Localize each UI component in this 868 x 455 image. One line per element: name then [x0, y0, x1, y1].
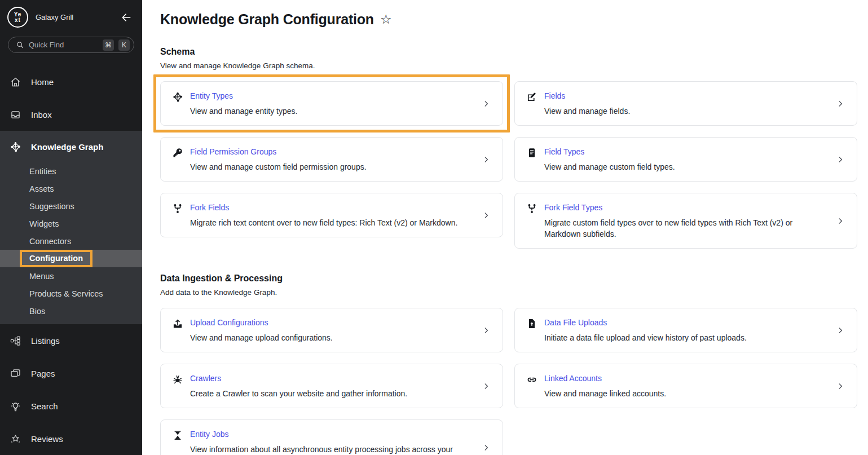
quick-find-search[interactable]: ⌘ K: [8, 37, 134, 53]
sidebar-item-inbox[interactable]: Inbox: [0, 98, 142, 131]
sidebar-item-pages[interactable]: Pages: [0, 357, 142, 390]
star-outline-icon[interactable]: ☆: [380, 13, 392, 26]
sub-item-label: Bios: [29, 307, 45, 316]
page-header: Knowledge Graph Configuration ☆: [160, 11, 857, 28]
inbox-icon: [9, 109, 21, 121]
sidebar-item-suggestions[interactable]: Suggestions: [0, 197, 142, 215]
card-linked-accounts[interactable]: Linked Accounts View and manage linked a…: [514, 364, 857, 408]
card-body: Field Permission Groups View and manage …: [190, 146, 482, 173]
chevron-right-icon: [482, 444, 490, 452]
sidebar-item-home[interactable]: Home: [0, 65, 142, 98]
account-header: Ye xt Galaxy Grill: [0, 0, 142, 32]
card-body: Fork Field Types Migrate custom field ty…: [544, 202, 836, 240]
card-body: Data File Uploads Initiate a data file u…: [544, 317, 836, 343]
card-body: Fork Fields Migrate rich text content ov…: [190, 202, 482, 228]
section-description: Add data to the Knowledge Graph.: [160, 288, 857, 297]
card-title-link[interactable]: Field Permission Groups: [190, 146, 276, 157]
sidebar-item-entities[interactable]: Entities: [0, 162, 142, 180]
card-fork-field-types[interactable]: Fork Field Types Migrate custom field ty…: [514, 193, 857, 249]
card-entity-types[interactable]: Entity Types View and manage entity type…: [160, 81, 503, 126]
entity-types-icon: [172, 90, 190, 117]
sidebar-item-label: Inbox: [31, 110, 52, 120]
card-body: Fields View and manage fields.: [544, 90, 836, 117]
sidebar-item-listings[interactable]: Listings: [0, 324, 142, 357]
chevron-right-icon: [482, 382, 490, 390]
card-title-link[interactable]: Linked Accounts: [544, 373, 602, 384]
card-body: Entity Types View and manage entity type…: [190, 90, 482, 117]
collapse-sidebar-icon[interactable]: [121, 12, 132, 23]
card-title-link[interactable]: Fields: [544, 90, 565, 101]
card-description: View and manage entity types.: [190, 105, 475, 117]
card-data-file-uploads[interactable]: Data File Uploads Initiate a data file u…: [514, 308, 857, 352]
sub-item-label: Entities: [29, 167, 56, 176]
card-title-link[interactable]: Fork Fields: [190, 202, 229, 213]
sub-item-label: Suggestions: [29, 202, 74, 211]
sidebar-item-knowledge-graph[interactable]: Knowledge Graph: [0, 131, 142, 162]
key-icon: [172, 146, 190, 173]
search-icon: [16, 41, 24, 49]
card-upload-configurations[interactable]: Upload Configurations View and manage up…: [160, 308, 503, 352]
sidebar-item-label: Knowledge Graph: [31, 142, 103, 152]
edit-field-icon: [526, 90, 544, 117]
sidebar-item-widgets[interactable]: Widgets: [0, 215, 142, 232]
card-description: Migrate rich text content over to new fi…: [190, 217, 475, 228]
yext-logo[interactable]: Ye xt: [7, 7, 28, 28]
sidebar-item-label: Listings: [31, 336, 60, 346]
sidebar-nav: Home Inbox Knowledge Graph Entities Asse…: [0, 65, 142, 455]
card-description: View and manage custom field types.: [544, 161, 830, 173]
sidebar-item-label: Home: [31, 77, 54, 87]
card-body: Entity Jobs View information about all a…: [190, 429, 482, 455]
annotation-wrapper: Entity Types View and manage entity type…: [160, 81, 503, 126]
chevron-right-icon: [482, 211, 490, 219]
cmd-keycap: ⌘: [103, 39, 114, 51]
card-title-link[interactable]: Fork Field Types: [544, 202, 602, 213]
chevron-right-icon: [482, 100, 490, 108]
quick-find-input[interactable]: [29, 41, 98, 49]
listings-icon: [9, 335, 21, 347]
search-nav-icon: [9, 400, 21, 412]
card-field-types[interactable]: Field Types View and manage custom field…: [514, 137, 857, 182]
chevron-right-icon: [836, 217, 844, 225]
card-body: Linked Accounts View and manage linked a…: [544, 373, 836, 399]
hourglass-icon: [172, 429, 190, 455]
main-content: Knowledge Graph Configuration ☆ Schema V…: [142, 0, 868, 455]
sub-item-label: Connectors: [29, 237, 71, 246]
card-fields[interactable]: Fields View and manage fields.: [514, 81, 857, 126]
upload-tray-icon: [172, 317, 190, 343]
sidebar-item-menus[interactable]: Menus: [0, 267, 142, 285]
sidebar-item-bios[interactable]: Bios: [0, 302, 142, 320]
card-title-link[interactable]: Upload Configurations: [190, 317, 268, 328]
sub-item-label: Assets: [29, 184, 54, 193]
chevron-right-icon: [482, 326, 490, 334]
sub-item-label: Menus: [29, 272, 54, 281]
card-title-link[interactable]: Entity Jobs: [190, 429, 228, 440]
sidebar-item-configuration[interactable]: Configuration: [0, 250, 142, 267]
card-field-permission-groups[interactable]: Field Permission Groups View and manage …: [160, 137, 503, 182]
card-title-link[interactable]: Field Types: [544, 146, 584, 157]
card-description: View and manage linked accounts.: [544, 388, 830, 399]
logo-text-top: Ye: [14, 12, 22, 17]
sidebar: Ye xt Galaxy Grill ⌘ K Home Inbox: [0, 0, 142, 455]
account-name: Galaxy Grill: [36, 13, 73, 21]
section-description: View and manage Knowledge Graph schema.: [160, 61, 857, 70]
card-description: View and manage custom field permission …: [190, 161, 475, 173]
card-crawlers[interactable]: Crawlers Create a Crawler to scan your w…: [160, 364, 503, 408]
card-fork-fields[interactable]: Fork Fields Migrate rich text content ov…: [160, 193, 503, 237]
pages-icon: [9, 368, 21, 379]
card-entity-jobs[interactable]: Entity Jobs View information about all a…: [160, 419, 503, 455]
sidebar-item-reviews[interactable]: Reviews: [0, 422, 142, 455]
sidebar-item-connectors[interactable]: Connectors: [0, 232, 142, 250]
card-title-link[interactable]: Crawlers: [190, 373, 221, 384]
sidebar-item-products-services[interactable]: Products & Services: [0, 285, 142, 302]
sub-item-label: Configuration: [29, 254, 83, 263]
sidebar-item-search[interactable]: Search: [0, 390, 142, 422]
file-upload-icon: [526, 317, 544, 343]
sidebar-item-assets[interactable]: Assets: [0, 180, 142, 197]
card-description: View information about all asynchronous …: [190, 444, 475, 455]
card-description: View and manage fields.: [544, 105, 830, 117]
card-title-link[interactable]: Entity Types: [190, 90, 233, 101]
card-description: Initiate a data file upload and view his…: [544, 332, 830, 343]
chevron-right-icon: [836, 382, 844, 390]
card-description: View and manage upload configurations.: [190, 332, 475, 343]
card-title-link[interactable]: Data File Uploads: [544, 317, 607, 328]
